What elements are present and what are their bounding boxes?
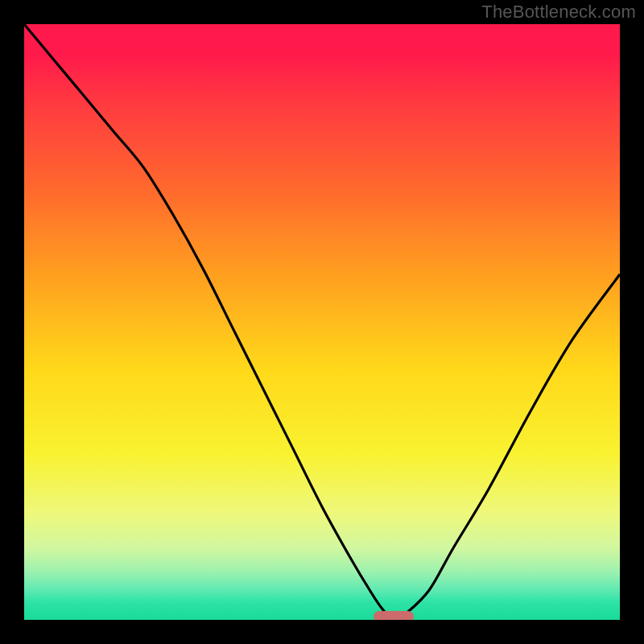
plot-area (24, 24, 620, 620)
bottleneck-curve (24, 24, 620, 620)
attribution-label: TheBottleneck.com (481, 2, 636, 23)
optimal-marker (374, 611, 414, 620)
chart-frame: TheBottleneck.com (0, 0, 644, 644)
